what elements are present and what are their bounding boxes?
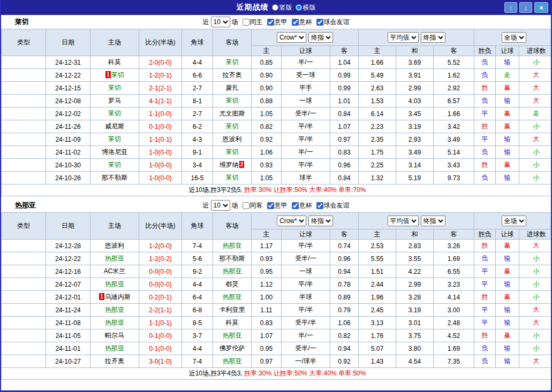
home-team-cell: 热那亚 bbox=[90, 304, 139, 317]
result-cell: 小 bbox=[519, 329, 552, 342]
filter-checkbox-意杯[interactable]: 意杯 bbox=[292, 201, 312, 210]
sub-column-header: 让球 bbox=[282, 46, 330, 56]
asian-odds-cell: 0.79 bbox=[330, 304, 359, 317]
checkbox-input[interactable] bbox=[292, 202, 299, 209]
result-cell: 负 bbox=[474, 342, 496, 355]
horizontal-layout-label: 横版 bbox=[303, 3, 316, 12]
filter-checkbox-同客[interactable]: 同客 bbox=[243, 201, 263, 210]
score-cell: 0-0(0-0) bbox=[139, 278, 182, 291]
odds-source-select[interactable]: Crow* bbox=[277, 32, 306, 43]
team-label: 莱切 bbox=[108, 161, 121, 168]
asian-odds-cell: 1.06 bbox=[252, 146, 282, 159]
match-row: 意甲24-10-30莱切1-0(0-0)3-4维罗纳20.93平/半0.962.… bbox=[2, 159, 552, 172]
checkbox-input[interactable] bbox=[243, 19, 249, 26]
score-cell: 1-0(0-0) bbox=[139, 159, 182, 172]
odds-source-select[interactable]: 终指 bbox=[421, 32, 445, 43]
column-header: 客场 bbox=[213, 213, 252, 240]
sub-column-header: 进球数 bbox=[519, 229, 552, 240]
checkbox-input[interactable] bbox=[267, 202, 274, 209]
odds-source-select[interactable]: 终指 bbox=[421, 216, 445, 226]
result-cell: 胜 bbox=[474, 159, 496, 172]
date-cell: 24-12-31 bbox=[46, 56, 90, 69]
recent-count-select[interactable]: 10 bbox=[211, 200, 230, 211]
result-cell: 大 bbox=[519, 355, 552, 368]
filter-checkbox-意甲[interactable]: 意甲 bbox=[267, 18, 288, 27]
team-label: 都灵 bbox=[226, 280, 239, 288]
summary-row: 近10场,胜3平4负3, 胜率:30% 让胜率:50% 大率:40% 单率:50… bbox=[2, 368, 552, 380]
result-cell: 赢 bbox=[496, 329, 519, 342]
asian-odds-cell: 0.96 bbox=[330, 252, 359, 265]
column-header: 日期 bbox=[46, 29, 90, 56]
recent-count-select[interactable]: 10 bbox=[211, 17, 230, 27]
checkbox-input[interactable] bbox=[267, 19, 274, 26]
layout-option-vertical[interactable]: 竖版 bbox=[272, 3, 292, 12]
matches-table: 类型日期主场比分(半场)角球客场Crow*终指平均值终指全场主让球客主和客胜负让… bbox=[1, 212, 552, 380]
corner-cell: 4-4 bbox=[182, 56, 213, 69]
move-down-button[interactable]: ↓ bbox=[519, 2, 532, 13]
filter-checkbox-意甲[interactable]: 意甲 bbox=[267, 201, 288, 210]
vertical-layout-radio[interactable] bbox=[272, 4, 278, 11]
odds-source-select[interactable]: 终指 bbox=[308, 216, 333, 226]
odds-source-select[interactable]: 终指 bbox=[308, 32, 333, 43]
odds-group-header: Crow*终指 bbox=[252, 213, 359, 229]
away-team-cell: 莱切 bbox=[213, 146, 252, 159]
filter-checkbox-球会友谊[interactable]: 球会友谊 bbox=[316, 201, 350, 210]
move-up-button[interactable]: ↑ bbox=[504, 2, 517, 13]
euro-odds-cell: 5.49 bbox=[359, 69, 396, 82]
checkbox-input[interactable] bbox=[316, 202, 323, 209]
summary-row: 近10场,胜3平2负5, 胜率:30% 让胜率:50% 大率:40% 单率:70… bbox=[2, 185, 552, 196]
checkbox-input[interactable] bbox=[316, 19, 323, 26]
asian-odds-cell: 受一球 bbox=[282, 69, 330, 82]
odds-source-select[interactable]: 平均值 bbox=[388, 216, 419, 226]
away-team-cell: 尤文图斯 bbox=[213, 107, 252, 120]
filter-checkbox-同主[interactable]: 同主 bbox=[243, 18, 263, 27]
asian-odds-cell: 0.95 bbox=[252, 342, 282, 355]
odds-source-select[interactable]: 全场 bbox=[502, 32, 526, 43]
asian-odds-cell: 0.94 bbox=[330, 265, 359, 278]
odds-source-select[interactable]: 全场 bbox=[502, 216, 526, 226]
euro-odds-cell: 2.35 bbox=[359, 133, 396, 146]
filter-checkbox-意杯[interactable]: 意杯 bbox=[292, 18, 312, 27]
euro-odds-cell: 1.43 bbox=[359, 355, 396, 368]
date-cell: 24-12-07 bbox=[46, 278, 90, 291]
asian-odds-cell: 0.78 bbox=[330, 278, 359, 291]
corner-cell: 6-8 bbox=[182, 304, 213, 317]
asian-odds-cell: 受平/半 bbox=[282, 317, 330, 329]
date-cell: 24-12-01 bbox=[46, 291, 90, 304]
odds-source-select[interactable]: 平均值 bbox=[388, 32, 419, 43]
horizontal-layout-radio[interactable] bbox=[296, 4, 302, 11]
team-label: 威尼斯 bbox=[105, 122, 124, 130]
asian-odds-cell: 1.07 bbox=[330, 120, 359, 133]
league-cell: 意甲 bbox=[2, 56, 46, 69]
home-team-cell: 1乌迪内斯 bbox=[90, 291, 139, 304]
away-team-cell: 热那亚 bbox=[213, 265, 252, 278]
filter-checkbox-球会友谊[interactable]: 球会友谊 bbox=[316, 18, 350, 27]
result-cell: 小 bbox=[519, 56, 552, 69]
league-cell: 意甲 bbox=[2, 107, 46, 120]
asian-odds-cell: 半球 bbox=[282, 291, 330, 304]
layout-option-horizontal[interactable]: 横版 bbox=[296, 3, 316, 12]
score-cell: 1-2(0-1) bbox=[139, 69, 182, 82]
checkbox-input[interactable] bbox=[243, 202, 249, 209]
asian-odds-cell: 0.84 bbox=[330, 107, 359, 120]
checkbox-input[interactable] bbox=[292, 19, 299, 26]
sub-column-header: 主 bbox=[252, 46, 282, 56]
result-cell: 输 bbox=[496, 252, 519, 265]
close-button[interactable]: × bbox=[534, 2, 548, 13]
team-label: 热那亚 bbox=[105, 306, 124, 313]
team-label: 拉齐奥 bbox=[223, 71, 242, 79]
result-cell: 大 bbox=[519, 95, 552, 107]
result-cell: 走 bbox=[496, 69, 519, 82]
corner-cell: 8-1 bbox=[182, 95, 213, 107]
asian-odds-cell: 0.96 bbox=[330, 159, 359, 172]
asian-odds-cell: 0.85 bbox=[252, 56, 282, 69]
team-label: 莱切 bbox=[226, 97, 239, 104]
team-name: 莱切 bbox=[15, 17, 29, 27]
match-row: 意甲24-10-27拉齐奥3-0(1-0)7-4热那亚0.97一/球半0.921… bbox=[2, 355, 552, 368]
euro-odds-cell: 3.19 bbox=[396, 120, 434, 133]
result-cell: 胜 bbox=[474, 120, 496, 133]
match-row: 意甲24-12-02莱切1-1(0-0)2-7尤文图斯1.05受半/一0.846… bbox=[2, 107, 552, 120]
score-cell: 3-0(1-0) bbox=[139, 355, 182, 368]
odds-source-select[interactable]: Crow* bbox=[277, 216, 306, 226]
column-header: 类型 bbox=[2, 213, 46, 240]
